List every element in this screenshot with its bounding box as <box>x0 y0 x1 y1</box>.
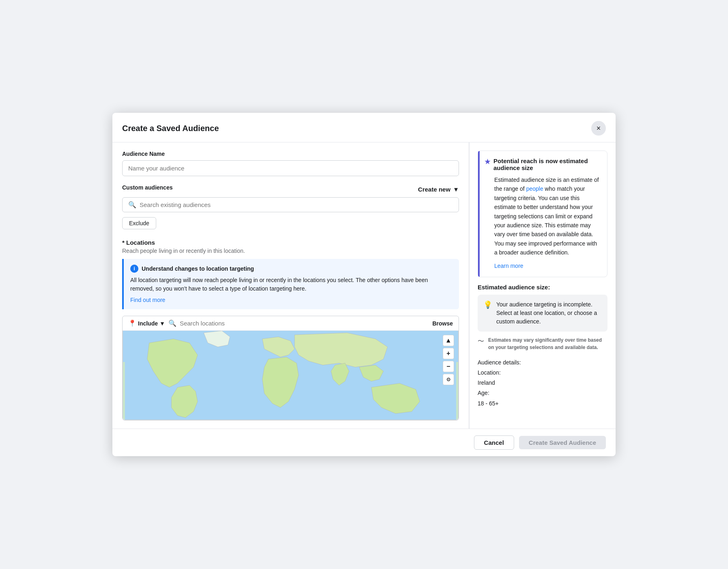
star-icon: ★ <box>485 158 490 166</box>
locations-label: * Locations <box>122 239 459 246</box>
potential-reach-card: ★ Potential reach is now estimated audie… <box>478 151 607 277</box>
modal-title: Create a Saved Audience <box>122 124 219 133</box>
audience-details-label: Audience details: <box>478 358 607 368</box>
create-new-button[interactable]: Create new ▼ <box>418 186 459 193</box>
create-saved-audience-button[interactable]: Create Saved Audience <box>519 436 606 449</box>
card-title: ★ Potential reach is now estimated audie… <box>485 157 601 171</box>
estimated-title: Estimated audience size: <box>478 284 607 291</box>
modal-body: Audience Name Custom audiences Create ne… <box>112 142 616 429</box>
create-saved-audience-modal: Create a Saved Audience × Audience Name … <box>112 113 616 456</box>
find-out-more-link[interactable]: Find out more <box>130 297 165 303</box>
info-icon: i <box>130 265 138 273</box>
chevron-down-icon: ▼ <box>453 186 459 193</box>
location-bar: 📍 Include ▼ 🔍 Browse <box>123 316 459 331</box>
info-box-title: Understand changes to location targeting <box>142 265 254 272</box>
bulb-icon: 💡 <box>483 300 492 309</box>
map-reset-button[interactable]: ⊙ <box>443 374 454 385</box>
custom-audiences-search-input[interactable] <box>140 201 453 208</box>
card-body-text-2: who match your targeting criteria. You c… <box>494 185 597 256</box>
audience-warning-text: Your audience targeting is incomplete. S… <box>496 300 602 326</box>
modal-header: Create a Saved Audience × <box>112 113 616 142</box>
pin-icon: 📍 <box>128 319 136 327</box>
trend-icon: 〜 <box>478 337 484 346</box>
age-key: Age: <box>478 390 489 396</box>
custom-audiences-search-box: 🔍 <box>122 197 459 212</box>
locations-search-input[interactable] <box>180 320 429 327</box>
card-title-text: Potential reach is now estimated audienc… <box>493 157 601 171</box>
card-body: Estimated audience size is an estimate o… <box>485 175 601 270</box>
audience-location-row: Location: <box>478 368 607 378</box>
location-key: Location: <box>478 369 501 376</box>
map-zoom-in-button[interactable]: + <box>443 348 454 359</box>
right-panel: ★ Potential reach is now estimated audie… <box>470 142 616 429</box>
info-box-body: All location targeting will now reach pe… <box>130 276 452 293</box>
create-new-label: Create new <box>418 186 450 193</box>
estimates-note: 〜 Estimates may vary significantly over … <box>478 336 607 351</box>
audience-name-section: Audience Name <box>122 151 459 176</box>
learn-more-link[interactable]: Learn more <box>494 263 523 269</box>
estimates-note-text: Estimates may vary significantly over ti… <box>488 336 607 351</box>
left-panel: Audience Name Custom audiences Create ne… <box>112 142 469 429</box>
people-link[interactable]: people <box>526 185 543 192</box>
browse-button[interactable]: Browse <box>432 320 453 327</box>
location-search-wrapper: 📍 Include ▼ 🔍 Browse <box>122 316 459 420</box>
map-container: ▲ + − ⊙ <box>123 331 459 420</box>
search-icon: 🔍 <box>128 201 136 209</box>
locations-section: * Locations Reach people living in or re… <box>122 239 459 420</box>
custom-audiences-label: Custom audiences <box>122 184 172 191</box>
map-zoom-up-button[interactable]: ▲ <box>443 335 454 346</box>
include-button[interactable]: 📍 Include ▼ <box>128 319 165 327</box>
audience-name-label: Audience Name <box>122 151 459 157</box>
modal-footer: Cancel Create Saved Audience <box>112 429 616 456</box>
map-background: ▲ + − ⊙ <box>123 331 458 420</box>
custom-audiences-header: Custom audiences Create new ▼ <box>122 184 459 194</box>
location-info-box: i Understand changes to location targeti… <box>122 259 459 309</box>
search-icon-location: 🔍 <box>168 319 177 327</box>
audience-location-value: Ireland <box>478 378 607 388</box>
custom-audiences-section: Custom audiences Create new ▼ 🔍 Exclude <box>122 184 459 229</box>
audience-details: Audience details: Location: Ireland Age:… <box>478 358 607 409</box>
cancel-button[interactable]: Cancel <box>474 435 514 450</box>
audience-name-input[interactable] <box>122 160 459 176</box>
map-zoom-out-button[interactable]: − <box>443 361 454 372</box>
locations-sublabel: Reach people living in or recently in th… <box>122 248 459 254</box>
audience-age-row: Age: <box>478 388 607 398</box>
audience-age-value: 18 - 65+ <box>478 399 607 409</box>
exclude-button[interactable]: Exclude <box>122 217 156 229</box>
world-map-svg <box>123 331 458 420</box>
info-box-header: i Understand changes to location targeti… <box>130 265 452 273</box>
audience-warning-box: 💡 Your audience targeting is incomplete.… <box>478 295 607 332</box>
include-label: Include <box>138 320 158 327</box>
estimated-audience-section: Estimated audience size: 💡 Your audience… <box>478 284 607 409</box>
close-button[interactable]: × <box>591 121 606 136</box>
map-controls: ▲ + − ⊙ <box>443 335 454 385</box>
include-chevron-icon: ▼ <box>159 320 165 327</box>
